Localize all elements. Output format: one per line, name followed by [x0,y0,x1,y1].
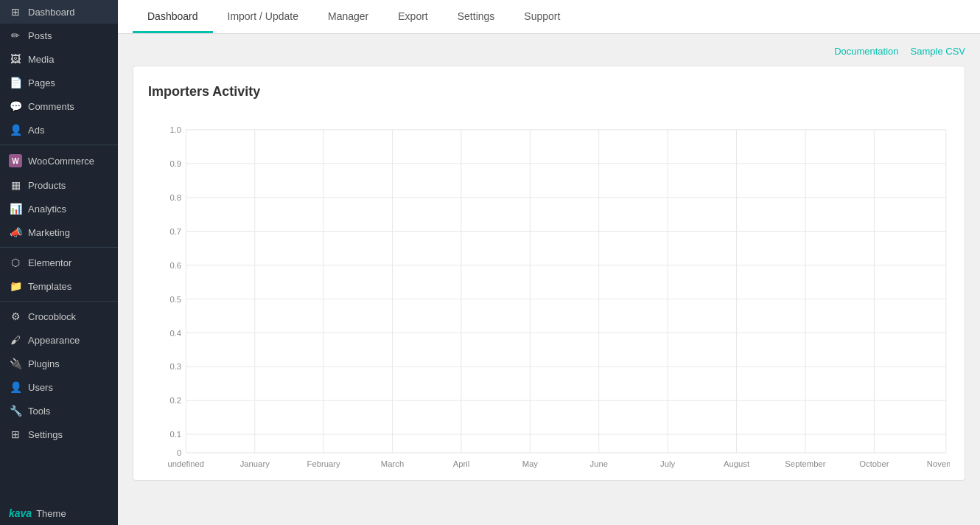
documentation-link[interactable]: Documentation [834,46,898,57]
comments-icon: 💬 [9,100,22,112]
pages-icon: 📄 [9,77,22,88]
dashboard-icon: ⊞ [9,6,22,18]
woocommerce-icon: W [9,154,22,167]
sidebar-item-woocommerce[interactable]: W WooCommerce [0,148,118,173]
sidebar-item-label: Settings [28,429,63,440]
svg-text:September: September [785,459,825,468]
sidebar-item-label: Appearance [28,335,80,346]
svg-text:0.2: 0.2 [169,396,181,405]
sidebar-item-analytics[interactable]: 📊 Analytics [0,197,118,220]
sidebar-item-plugins[interactable]: 🔌 Plugins [0,352,118,375]
svg-text:February: February [307,459,340,468]
svg-text:0.9: 0.9 [169,159,181,168]
sidebar-item-users[interactable]: 👤 Users [0,375,118,399]
chart-card: Importers Activity [133,66,965,481]
main-content: Dashboard Import / Update Manager Export… [118,0,980,525]
sample-csv-link[interactable]: Sample CSV [911,46,965,57]
sidebar-footer: kava Theme [0,501,118,525]
crocoblock-icon: ⚙ [9,310,22,322]
svg-text:June: June [590,459,608,468]
svg-text:January: January [240,459,270,468]
tabs-bar: Dashboard Import / Update Manager Export… [118,0,980,34]
kava-logo: kava [9,507,32,519]
chart-title: Importers Activity [148,84,950,100]
top-links-row: Documentation Sample CSV [133,46,965,57]
sidebar-item-label: Media [28,54,54,65]
ads-icon: 👤 [9,124,22,136]
sidebar-item-label: Pages [28,77,55,88]
media-icon: 🖼 [9,53,22,65]
sidebar-item-templates[interactable]: 📁 Templates [0,274,118,298]
sidebar-item-pages[interactable]: 📄 Pages [0,71,118,94]
svg-text:0.4: 0.4 [169,328,181,337]
products-icon: ▦ [9,179,22,191]
sidebar-item-label: Tools [28,406,50,417]
sidebar-item-elementor[interactable]: ⬡ Elementor [0,251,118,274]
sidebar-item-crocoblock[interactable]: ⚙ Crocoblock [0,305,118,328]
sidebar-item-label: Users [28,382,53,393]
appearance-icon: 🖌 [9,334,22,346]
sidebar-item-label: Plugins [28,358,60,369]
posts-icon: ✏ [9,29,22,41]
tab-import-update[interactable]: Import / Update [213,0,314,33]
svg-text:0.6: 0.6 [169,261,181,270]
svg-text:October: October [859,459,889,468]
settings-icon: ⊞ [9,428,22,440]
tab-manager[interactable]: Manager [313,0,383,33]
sidebar-item-label: Analytics [28,204,66,215]
sidebar-item-posts[interactable]: ✏ Posts [0,24,118,47]
svg-text:0: 0 [177,448,181,457]
svg-text:0.8: 0.8 [169,193,181,202]
users-icon: 👤 [9,381,22,393]
sidebar-item-label: Crocoblock [28,311,76,322]
sidebar-item-label: Elementor [28,257,71,268]
sidebar-item-comments[interactable]: 💬 Comments [0,94,118,118]
svg-text:May: May [522,459,539,468]
sidebar-item-label: Dashboard [28,7,75,18]
svg-text:0.3: 0.3 [169,362,181,371]
svg-text:0.7: 0.7 [169,227,181,236]
sidebar-item-label: Products [28,180,66,191]
svg-text:April: April [453,459,470,468]
elementor-icon: ⬡ [9,257,22,268]
sidebar-item-label: Posts [28,30,52,41]
svg-text:1.0: 1.0 [169,125,181,134]
sidebar-item-label: Templates [28,281,71,292]
svg-text:0.1: 0.1 [169,430,181,439]
tab-settings[interactable]: Settings [443,0,510,33]
theme-label: Theme [36,508,66,519]
sidebar-item-marketing[interactable]: 📣 Marketing [0,220,118,244]
sidebar-item-label: Comments [28,101,74,112]
chart-svg: 1.0 0.9 0.8 0.7 0.6 0.5 0.4 0.3 0.2 0.1 … [148,114,950,468]
svg-text:November: November [927,459,950,468]
analytics-icon: 📊 [9,203,22,215]
sidebar-item-label: Marketing [28,227,70,238]
sidebar-item-label: Ads [28,125,44,136]
tab-support[interactable]: Support [509,0,575,33]
svg-text:March: March [381,459,404,468]
plugins-icon: 🔌 [9,358,22,369]
svg-text:August: August [724,459,750,468]
sidebar: ⊞ Dashboard ✏ Posts 🖼 Media 📄 Pages 💬 Co… [0,0,118,525]
templates-icon: 📁 [9,280,22,292]
content-area: Documentation Sample CSV Importers Activ… [118,34,980,525]
svg-text:July: July [660,459,675,468]
sidebar-item-media[interactable]: 🖼 Media [0,47,118,71]
sidebar-item-tools[interactable]: 🔧 Tools [0,399,118,423]
sidebar-item-products[interactable]: ▦ Products [0,173,118,197]
sidebar-item-dashboard[interactable]: ⊞ Dashboard [0,0,118,24]
sidebar-item-appearance[interactable]: 🖌 Appearance [0,328,118,352]
tools-icon: 🔧 [9,405,22,417]
svg-text:undefined: undefined [168,459,205,468]
tab-dashboard[interactable]: Dashboard [133,0,213,33]
chart-area: 1.0 0.9 0.8 0.7 0.6 0.5 0.4 0.3 0.2 0.1 … [148,114,950,468]
marketing-icon: 📣 [9,226,22,238]
sidebar-item-label: WooCommerce [28,156,94,167]
sidebar-item-ads[interactable]: 👤 Ads [0,118,118,142]
tab-export[interactable]: Export [383,0,442,33]
sidebar-item-settings[interactable]: ⊞ Settings [0,423,118,446]
svg-text:0.5: 0.5 [169,295,181,304]
